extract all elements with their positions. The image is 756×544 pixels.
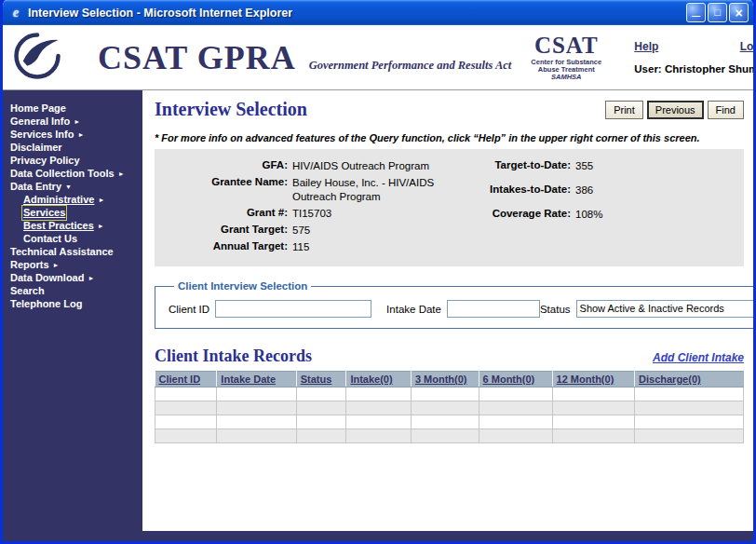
sidebar-item-disclaimer[interactable]: Disclaimer (10, 142, 141, 154)
bottom-bar (3, 531, 753, 541)
intakes-to-date-value: 386 (575, 184, 641, 197)
column-header-client-id[interactable]: Client ID (155, 372, 217, 388)
coverage-rate-value: 108% (575, 208, 641, 222)
column-header-status[interactable]: Status (296, 372, 346, 388)
minimize-button[interactable]: — (686, 3, 706, 22)
find-button[interactable]: Find (708, 101, 744, 119)
table-cell (635, 429, 744, 443)
sidebar-item-general-info[interactable]: General Info► (10, 116, 141, 128)
sidebar-item-home-page[interactable]: Home Page (10, 102, 141, 115)
content-top-row: Interview Selection Print Previous Find (155, 99, 744, 120)
table-cell (155, 429, 217, 443)
sidebar-item-best-practices[interactable]: Best Practices► (10, 220, 141, 232)
sidebar-item-data-download[interactable]: Data Download► (10, 272, 141, 284)
annual-target-label: Annual Target: (155, 240, 292, 254)
page-title: Interview Selection (155, 99, 307, 120)
table-cell (552, 401, 634, 415)
column-header-discharge[interactable]: Discharge(0) (635, 372, 744, 388)
client-id-input[interactable] (215, 300, 371, 318)
table-cell (296, 429, 346, 443)
table-cell (217, 388, 296, 401)
sidebar-item-services[interactable]: Services (10, 207, 141, 219)
header-right: Help Logout User: Christopher Shumway (634, 40, 756, 75)
table-cell (296, 388, 346, 401)
sidebar-item-technical-assistance[interactable]: Technical Assistance (10, 246, 141, 258)
expand-right-icon: ► (77, 129, 84, 141)
table-cell (346, 429, 412, 443)
table-row (155, 429, 744, 443)
column-header-intake[interactable]: Intake(0) (346, 372, 412, 388)
grant-summary-panel: GFA: HIV/AIDS Outreach Program Grantee N… (155, 149, 744, 266)
sidebar-item-administrative[interactable]: Administrative► (10, 194, 141, 206)
app-header: CSAT GPRA Government Performance and Res… (3, 25, 753, 90)
sidebar-item-data-collection-tools[interactable]: Data Collection Tools► (10, 168, 141, 180)
table-cell (552, 429, 634, 443)
expand-right-icon: ► (74, 116, 80, 128)
sidebar-item-reports[interactable]: Reports► (10, 259, 141, 271)
sidebar-item-contact-us[interactable]: Contact Us (10, 233, 141, 245)
table-row (155, 388, 744, 401)
help-link[interactable]: Help (634, 40, 658, 53)
window-controls: — □ × (686, 3, 749, 22)
expand-down-icon: ▼ (65, 181, 72, 193)
column-header-12-month[interactable]: 12 Month(0) (552, 372, 634, 388)
sidebar-item-privacy-policy[interactable]: Privacy Policy (10, 155, 141, 167)
column-header-intake-date[interactable]: Intake Date (217, 372, 296, 388)
filter-row: Client ID Intake Date Status Show Active… (169, 300, 756, 318)
table-cell (296, 415, 346, 429)
title-bar[interactable]: e Interview Selection - Microsoft Intern… (3, 0, 753, 25)
close-button[interactable]: × (729, 3, 749, 22)
help-note: * For more info on advanced features of … (155, 132, 744, 143)
grant-target-label: Grant Target: (155, 224, 292, 238)
table-cell (552, 388, 634, 401)
client-id-label: Client ID (169, 304, 209, 315)
expand-right-icon: ► (88, 272, 94, 284)
print-button[interactable]: Print (605, 101, 643, 119)
csat-logo-samhsa: SAMHSA (511, 74, 621, 81)
grant-number-label: Grant #: (155, 207, 292, 221)
logout-link[interactable]: Logout (740, 40, 756, 53)
coverage-rate-label: Coverage Rate: (466, 208, 575, 222)
brand-title: CSAT GPRA (98, 38, 296, 77)
expand-right-icon: ► (53, 259, 60, 271)
sidebar-item-telephone-log[interactable]: Telephone Log (10, 298, 141, 310)
sidebar-item-data-entry[interactable]: Data Entry▼ (10, 181, 141, 193)
table-cell (479, 388, 552, 401)
table-cell (217, 415, 296, 429)
table-cell (346, 388, 412, 401)
sidebar-item-search[interactable]: Search (10, 285, 141, 297)
csat-logo: CSAT Center for Substance Abuse Treatmen… (511, 33, 621, 81)
table-cell (479, 429, 552, 443)
brand-block: CSAT GPRA Government Performance and Res… (98, 38, 511, 77)
maximize-button[interactable]: □ (708, 3, 727, 22)
column-header-6-month[interactable]: 6 Month(0) (479, 372, 552, 388)
table-row (155, 415, 744, 429)
table-cell (635, 388, 744, 401)
add-client-intake-link[interactable]: Add Client Intake (653, 351, 744, 364)
fieldset-legend: Client Interview Selection (174, 280, 311, 292)
app-body: Home Page General Info► Services Info► D… (3, 90, 753, 531)
table-cell (552, 415, 634, 429)
client-interview-selection-fieldset: Client Interview Selection Client ID Int… (155, 280, 756, 329)
ie-window-icon: e (8, 6, 23, 20)
records-title: Client Intake Records (155, 347, 312, 366)
table-cell (411, 429, 479, 443)
maximize-icon: □ (714, 7, 721, 18)
status-label: Status (540, 304, 571, 315)
grantee-name-label: Grantee Name: (155, 176, 292, 204)
previous-button[interactable]: Previous (647, 101, 704, 119)
column-header-3-month[interactable]: 3 Month(0) (411, 372, 479, 388)
browser-window: e Interview Selection - Microsoft Intern… (0, 0, 756, 544)
close-icon: × (735, 7, 742, 20)
window-title: Interview Selection - Microsoft Internet… (28, 7, 682, 20)
table-cell (411, 415, 479, 429)
target-to-date-label: Target-to-Date: (466, 159, 575, 173)
brand-subtitle: Government Performance and Results Act (309, 59, 512, 73)
table-cell (479, 415, 552, 429)
intake-date-input[interactable] (447, 300, 540, 318)
status-select[interactable]: Show Active & Inactive Records ▼ (576, 300, 756, 318)
sidebar-item-services-info[interactable]: Services Info► (10, 129, 141, 141)
table-cell (346, 415, 412, 429)
header-links: Help Logout (634, 40, 756, 53)
client-intake-table: Client ID Intake Date Status Intake(0) 3… (155, 371, 744, 443)
